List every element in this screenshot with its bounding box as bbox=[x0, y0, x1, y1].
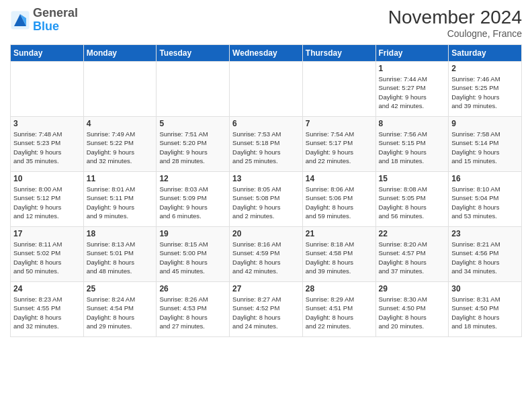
empty-cell bbox=[157, 62, 230, 117]
day-cell-9: 9Sunrise: 7:58 AM Sunset: 5:14 PM Daylig… bbox=[449, 117, 522, 172]
day-info: Sunrise: 8:03 AM Sunset: 5:09 PM Dayligh… bbox=[159, 185, 226, 220]
day-info: Sunrise: 7:58 AM Sunset: 5:14 PM Dayligh… bbox=[451, 130, 519, 165]
week-row-4: 17Sunrise: 8:11 AM Sunset: 5:02 PM Dayli… bbox=[11, 227, 522, 282]
day-number: 8 bbox=[379, 119, 446, 128]
day-number: 29 bbox=[379, 284, 446, 293]
day-info: Sunrise: 7:48 AM Sunset: 5:23 PM Dayligh… bbox=[13, 130, 81, 165]
day-info: Sunrise: 8:21 AM Sunset: 4:56 PM Dayligh… bbox=[451, 240, 519, 275]
title-block: November 2024 Coulogne, France bbox=[388, 7, 522, 39]
day-info: Sunrise: 8:20 AM Sunset: 4:57 PM Dayligh… bbox=[379, 240, 446, 275]
day-info: Sunrise: 8:01 AM Sunset: 5:11 PM Dayligh… bbox=[87, 185, 154, 220]
day-number: 5 bbox=[159, 119, 226, 128]
day-cell-16: 16Sunrise: 8:10 AM Sunset: 5:04 PM Dayli… bbox=[449, 172, 522, 227]
day-info: Sunrise: 8:00 AM Sunset: 5:12 PM Dayligh… bbox=[13, 185, 81, 220]
week-row-2: 3Sunrise: 7:48 AM Sunset: 5:23 PM Daylig… bbox=[11, 117, 522, 172]
day-cell-5: 5Sunrise: 7:51 AM Sunset: 5:20 PM Daylig… bbox=[157, 117, 230, 172]
logo-blue: Blue bbox=[33, 19, 59, 33]
day-cell-18: 18Sunrise: 8:13 AM Sunset: 5:01 PM Dayli… bbox=[83, 227, 157, 282]
day-cell-24: 24Sunrise: 8:23 AM Sunset: 4:55 PM Dayli… bbox=[11, 282, 84, 337]
day-number: 27 bbox=[232, 284, 300, 293]
weekday-header-thursday: Thursday bbox=[302, 45, 375, 62]
day-number: 20 bbox=[232, 229, 300, 238]
day-info: Sunrise: 7:53 AM Sunset: 5:18 PM Dayligh… bbox=[232, 130, 300, 165]
day-cell-25: 25Sunrise: 8:24 AM Sunset: 4:54 PM Dayli… bbox=[83, 282, 157, 337]
day-info: Sunrise: 8:15 AM Sunset: 5:00 PM Dayligh… bbox=[159, 240, 226, 275]
day-number: 11 bbox=[87, 174, 154, 183]
logo-text: General Blue bbox=[33, 7, 78, 34]
day-info: Sunrise: 8:06 AM Sunset: 5:06 PM Dayligh… bbox=[306, 185, 373, 220]
day-cell-11: 11Sunrise: 8:01 AM Sunset: 5:11 PM Dayli… bbox=[83, 172, 157, 227]
day-info: Sunrise: 8:27 AM Sunset: 4:52 PM Dayligh… bbox=[232, 295, 300, 330]
empty-cell bbox=[11, 62, 84, 117]
day-number: 30 bbox=[451, 284, 519, 293]
week-row-3: 10Sunrise: 8:00 AM Sunset: 5:12 PM Dayli… bbox=[11, 172, 522, 227]
day-cell-23: 23Sunrise: 8:21 AM Sunset: 4:56 PM Dayli… bbox=[449, 227, 522, 282]
month-title: November 2024 bbox=[388, 7, 522, 28]
day-info: Sunrise: 7:44 AM Sunset: 5:27 PM Dayligh… bbox=[379, 75, 446, 110]
logo-icon bbox=[10, 10, 30, 30]
day-cell-21: 21Sunrise: 8:18 AM Sunset: 4:58 PM Dayli… bbox=[302, 227, 375, 282]
day-cell-20: 20Sunrise: 8:16 AM Sunset: 4:59 PM Dayli… bbox=[230, 227, 303, 282]
day-cell-1: 1Sunrise: 7:44 AM Sunset: 5:27 PM Daylig… bbox=[375, 62, 449, 117]
day-cell-27: 27Sunrise: 8:27 AM Sunset: 4:52 PM Dayli… bbox=[230, 282, 303, 337]
day-number: 7 bbox=[306, 119, 373, 128]
day-cell-7: 7Sunrise: 7:54 AM Sunset: 5:17 PM Daylig… bbox=[302, 117, 375, 172]
day-number: 9 bbox=[451, 119, 519, 128]
day-info: Sunrise: 8:05 AM Sunset: 5:08 PM Dayligh… bbox=[232, 185, 300, 220]
day-cell-4: 4Sunrise: 7:49 AM Sunset: 5:22 PM Daylig… bbox=[83, 117, 157, 172]
day-cell-12: 12Sunrise: 8:03 AM Sunset: 5:09 PM Dayli… bbox=[157, 172, 230, 227]
day-info: Sunrise: 8:24 AM Sunset: 4:54 PM Dayligh… bbox=[87, 295, 154, 330]
day-number: 24 bbox=[13, 284, 81, 293]
main-container: General Blue November 2024 Coulogne, Fra… bbox=[0, 0, 532, 344]
day-number: 6 bbox=[232, 119, 300, 128]
week-row-1: 1Sunrise: 7:44 AM Sunset: 5:27 PM Daylig… bbox=[11, 62, 522, 117]
day-number: 28 bbox=[306, 284, 373, 293]
day-info: Sunrise: 7:46 AM Sunset: 5:25 PM Dayligh… bbox=[451, 75, 519, 110]
weekday-header-friday: Friday bbox=[375, 45, 449, 62]
day-number: 15 bbox=[379, 174, 446, 183]
day-info: Sunrise: 8:18 AM Sunset: 4:58 PM Dayligh… bbox=[306, 240, 373, 275]
calendar-table: SundayMondayTuesdayWednesdayThursdayFrid… bbox=[10, 44, 522, 337]
day-info: Sunrise: 7:54 AM Sunset: 5:17 PM Dayligh… bbox=[306, 130, 373, 165]
day-number: 2 bbox=[451, 64, 519, 73]
day-cell-3: 3Sunrise: 7:48 AM Sunset: 5:23 PM Daylig… bbox=[11, 117, 84, 172]
day-number: 16 bbox=[451, 174, 519, 183]
empty-cell bbox=[302, 62, 375, 117]
day-cell-6: 6Sunrise: 7:53 AM Sunset: 5:18 PM Daylig… bbox=[230, 117, 303, 172]
day-number: 22 bbox=[379, 229, 446, 238]
day-info: Sunrise: 8:13 AM Sunset: 5:01 PM Dayligh… bbox=[87, 240, 154, 275]
day-info: Sunrise: 8:26 AM Sunset: 4:53 PM Dayligh… bbox=[159, 295, 226, 330]
calendar-header-row: SundayMondayTuesdayWednesdayThursdayFrid… bbox=[11, 45, 522, 62]
day-info: Sunrise: 8:11 AM Sunset: 5:02 PM Dayligh… bbox=[13, 240, 81, 275]
day-cell-13: 13Sunrise: 8:05 AM Sunset: 5:08 PM Dayli… bbox=[230, 172, 303, 227]
day-number: 14 bbox=[306, 174, 373, 183]
day-info: Sunrise: 8:16 AM Sunset: 4:59 PM Dayligh… bbox=[232, 240, 300, 275]
day-number: 17 bbox=[13, 229, 81, 238]
weekday-header-monday: Monday bbox=[83, 45, 157, 62]
day-info: Sunrise: 7:56 AM Sunset: 5:15 PM Dayligh… bbox=[379, 130, 446, 165]
weekday-header-sunday: Sunday bbox=[11, 45, 84, 62]
empty-cell bbox=[230, 62, 303, 117]
day-number: 19 bbox=[159, 229, 226, 238]
day-cell-15: 15Sunrise: 8:08 AM Sunset: 5:05 PM Dayli… bbox=[375, 172, 449, 227]
day-number: 3 bbox=[13, 119, 81, 128]
weekday-header-saturday: Saturday bbox=[449, 45, 522, 62]
day-cell-30: 30Sunrise: 8:31 AM Sunset: 4:50 PM Dayli… bbox=[449, 282, 522, 337]
day-cell-26: 26Sunrise: 8:26 AM Sunset: 4:53 PM Dayli… bbox=[157, 282, 230, 337]
weekday-header-tuesday: Tuesday bbox=[157, 45, 230, 62]
logo: General Blue bbox=[10, 7, 78, 34]
weekday-header-wednesday: Wednesday bbox=[230, 45, 303, 62]
day-cell-10: 10Sunrise: 8:00 AM Sunset: 5:12 PM Dayli… bbox=[11, 172, 84, 227]
day-info: Sunrise: 8:31 AM Sunset: 4:50 PM Dayligh… bbox=[451, 295, 519, 330]
day-cell-19: 19Sunrise: 8:15 AM Sunset: 5:00 PM Dayli… bbox=[157, 227, 230, 282]
day-number: 4 bbox=[87, 119, 154, 128]
day-info: Sunrise: 8:10 AM Sunset: 5:04 PM Dayligh… bbox=[451, 185, 519, 220]
day-cell-14: 14Sunrise: 8:06 AM Sunset: 5:06 PM Dayli… bbox=[302, 172, 375, 227]
day-info: Sunrise: 8:23 AM Sunset: 4:55 PM Dayligh… bbox=[13, 295, 81, 330]
day-number: 18 bbox=[87, 229, 154, 238]
day-info: Sunrise: 7:51 AM Sunset: 5:20 PM Dayligh… bbox=[159, 130, 226, 165]
day-number: 12 bbox=[159, 174, 226, 183]
location: Coulogne, France bbox=[388, 28, 522, 39]
day-info: Sunrise: 8:30 AM Sunset: 4:50 PM Dayligh… bbox=[379, 295, 446, 330]
day-number: 26 bbox=[159, 284, 226, 293]
